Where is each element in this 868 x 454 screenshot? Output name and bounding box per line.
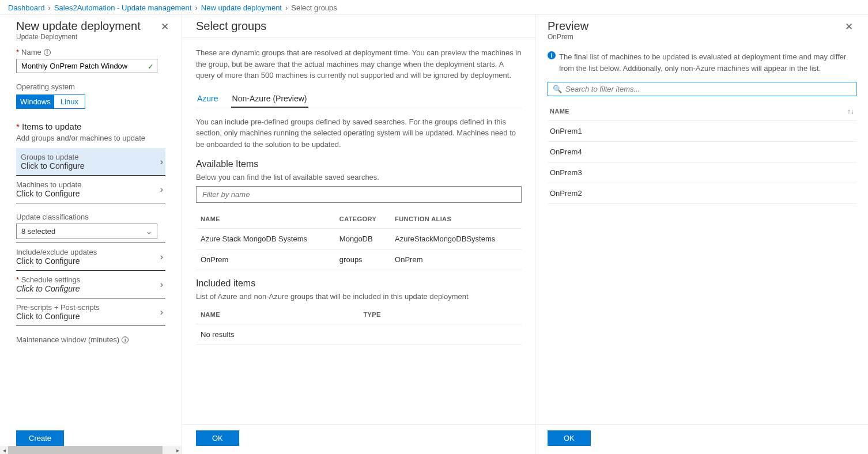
name-label: Name <box>21 48 41 56</box>
items-to-update-heading: Items to update <box>22 122 81 131</box>
chevron-right-icon: › <box>195 3 197 12</box>
scripts-label: Pre-scripts + Post-scripts <box>16 303 100 312</box>
col-type[interactable]: TYPE <box>359 305 522 324</box>
breadcrumb-current: Select groups <box>291 3 337 12</box>
include-value: Click to Configure <box>16 256 97 266</box>
groups-to-update-item[interactable]: Groups to update Click to Configure › <box>16 148 165 176</box>
include-exclude-item[interactable]: Include/exclude updates Click to Configu… <box>16 243 165 271</box>
schedule-label: Schedule settings <box>21 275 81 284</box>
chevron-right-icon: › <box>160 279 165 290</box>
col-alias[interactable]: FUNCTION ALIAS <box>390 210 522 229</box>
no-results: No results <box>196 324 522 345</box>
included-items-sub: List of Azure and non-Azure groups that … <box>196 292 522 301</box>
breadcrumb-new-deployment[interactable]: New update deployment <box>201 3 282 12</box>
sort-icon[interactable]: ↑↓ <box>847 108 854 115</box>
machines-label: Machines to update <box>16 180 81 189</box>
available-table: NAME CATEGORY FUNCTION ALIAS Azure Stack… <box>196 210 522 270</box>
name-input[interactable] <box>16 59 157 73</box>
col-name[interactable]: NAME <box>550 108 569 115</box>
panel-subtitle: Update Deployment <box>16 33 141 41</box>
scripts-item[interactable]: Pre-scripts + Post-scripts Click to Conf… <box>16 298 165 326</box>
chevron-right-icon: › <box>285 3 288 12</box>
horizontal-scrollbar[interactable]: ◂ ▸ <box>0 446 182 454</box>
new-deployment-panel: New update deployment Update Deployment … <box>0 15 182 454</box>
info-icon[interactable]: i <box>122 336 129 343</box>
list-item[interactable]: OnPrem3 <box>548 162 856 183</box>
included-items-title: Included items <box>196 278 522 289</box>
checkmark-icon: ✓ <box>148 62 154 70</box>
machines-value: Click to Configure <box>16 189 81 198</box>
schedule-settings-item[interactable]: * Schedule settings Click to Configure › <box>16 271 165 298</box>
maintenance-label: Maintenance window (minutes) <box>16 335 119 344</box>
preview-panel: Preview OnPrem ✕ i The final list of mac… <box>536 15 868 454</box>
tabs: Azure Non-Azure (Preview) <box>196 90 522 108</box>
os-toggle: Windows Linux <box>16 94 85 109</box>
cell-alias: OnPrem <box>390 249 522 270</box>
breadcrumb: Dashboard › Sales2Automation - Update ma… <box>0 0 868 15</box>
cell-name: Azure Stack MongoDB Systems <box>196 229 335 249</box>
preview-subtitle: OnPrem <box>548 33 588 41</box>
info-icon: i <box>548 51 556 59</box>
cell-alias: AzureStackMongoDBSystems <box>390 229 522 249</box>
search-input[interactable] <box>565 85 851 93</box>
list-item[interactable]: OnPrem2 <box>548 183 856 204</box>
tab-azure[interactable]: Azure <box>196 90 220 108</box>
list-item[interactable]: OnPrem1 <box>548 121 856 142</box>
search-icon: 🔍 <box>553 85 562 93</box>
select-groups-title: Select groups <box>196 20 522 33</box>
machines-to-update-item[interactable]: Machines to update Click to Configure › <box>16 176 165 203</box>
filter-input[interactable] <box>196 186 522 203</box>
scripts-value: Click to Configure <box>16 312 100 321</box>
close-icon[interactable]: ✕ <box>841 20 856 34</box>
scroll-left-icon[interactable]: ◂ <box>0 446 8 454</box>
table-row[interactable]: Azure Stack MongoDB Systems MongoDB Azur… <box>196 229 522 249</box>
classifications-value: 8 selected <box>21 227 55 236</box>
search-wrap[interactable]: 🔍 <box>548 82 856 96</box>
groups-value: Click to Configure <box>21 161 85 171</box>
schedule-value: Click to Configure <box>16 284 80 293</box>
classifications-select[interactable]: 8 selected ⌄ <box>16 224 157 239</box>
available-items-title: Available Items <box>196 159 522 169</box>
close-icon[interactable]: ✕ <box>157 20 172 34</box>
available-items-sub: Below you can find the list of available… <box>196 173 522 181</box>
cell-category: groups <box>335 249 390 270</box>
col-category[interactable]: CATEGORY <box>335 210 390 229</box>
col-name[interactable]: NAME <box>196 305 359 324</box>
select-groups-panel: Select groups These are dynamic groups t… <box>182 15 536 454</box>
items-to-update-sub: Add groups and/or machines to update <box>16 134 165 142</box>
scrollbar-thumb[interactable] <box>8 446 163 454</box>
table-row-empty: No results <box>196 324 522 345</box>
table-row[interactable]: OnPrem groups OnPrem <box>196 249 522 270</box>
ok-button[interactable]: OK <box>196 430 239 446</box>
cell-name: OnPrem <box>196 249 335 270</box>
tab-desc: You can include pre-defined groups defin… <box>196 116 522 150</box>
os-linux-button[interactable]: Linux <box>54 95 85 108</box>
required-marker: * <box>16 122 20 131</box>
chevron-right-icon: › <box>160 157 165 167</box>
select-groups-desc: These are dynamic groups that are resolv… <box>196 47 522 81</box>
chevron-right-icon: › <box>48 3 51 12</box>
included-table: NAME TYPE No results <box>196 305 522 345</box>
chevron-right-icon: › <box>160 307 165 317</box>
chevron-down-icon: ⌄ <box>146 227 152 236</box>
cell-category: MongoDB <box>335 229 390 249</box>
ok-button[interactable]: OK <box>548 430 591 446</box>
preview-title: Preview <box>548 20 588 33</box>
preview-info-text: The final list of machines to be updated… <box>559 51 856 74</box>
col-name[interactable]: NAME <box>196 210 335 229</box>
list-item[interactable]: OnPrem4 <box>548 142 856 162</box>
tab-non-azure[interactable]: Non-Azure (Preview) <box>231 90 308 108</box>
groups-label: Groups to update <box>21 153 85 161</box>
chevron-right-icon: › <box>160 252 165 262</box>
required-marker: * <box>16 275 19 284</box>
info-icon[interactable]: i <box>44 49 51 56</box>
os-label: Operating system <box>16 82 165 91</box>
required-marker: * <box>16 48 19 56</box>
include-label: Include/exclude updates <box>16 248 97 256</box>
breadcrumb-automation[interactable]: Sales2Automation - Update management <box>54 3 191 12</box>
scroll-right-icon[interactable]: ▸ <box>173 446 182 454</box>
breadcrumb-dashboard[interactable]: Dashboard <box>8 3 45 12</box>
create-button[interactable]: Create <box>16 430 64 446</box>
os-windows-button[interactable]: Windows <box>17 95 54 108</box>
chevron-right-icon: › <box>160 184 165 195</box>
